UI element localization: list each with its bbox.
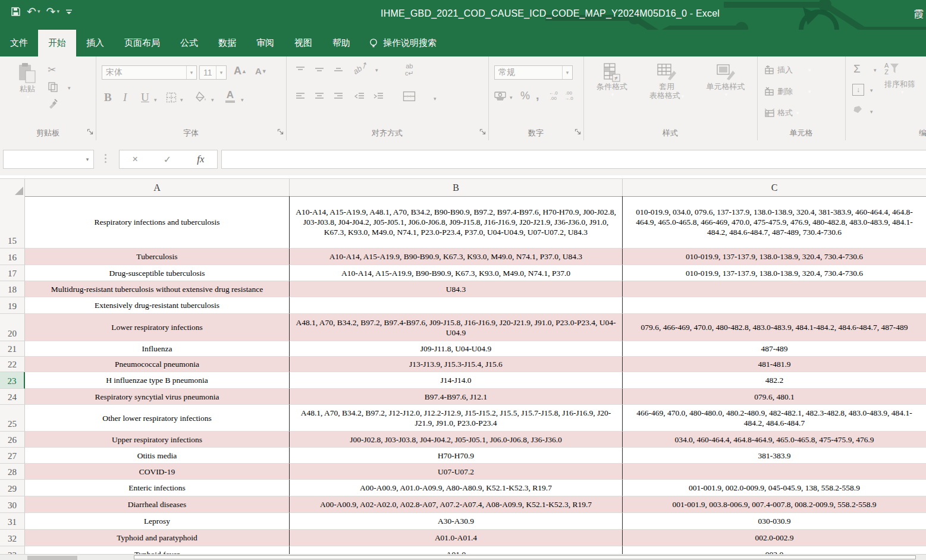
font-color-dropdown-icon[interactable] xyxy=(241,97,244,103)
cell-col-c[interactable]: 002.0-002.9 xyxy=(623,530,926,546)
redo-dropdown-icon[interactable] xyxy=(56,9,59,14)
number-format-combo[interactable]: 常规 xyxy=(494,65,573,80)
format-as-table-button[interactable]: 套用表格格式 xyxy=(639,62,694,100)
cell-col-b[interactable]: J09-J11.8, U04-U04.9 xyxy=(290,341,623,357)
fill-dropdown-icon[interactable] xyxy=(870,87,873,93)
row-header[interactable]: 32 xyxy=(0,530,25,546)
column-header-b[interactable]: B xyxy=(290,179,623,197)
horizontal-scrollbar-thumb[interactable] xyxy=(134,555,916,559)
formula-bar-drag-handle[interactable] xyxy=(105,154,106,163)
italic-button[interactable]: I xyxy=(123,91,127,104)
cell-col-c[interactable]: 030-030.9 xyxy=(623,513,926,530)
insert-dropdown-icon[interactable] xyxy=(808,67,811,73)
number-dialog-launcher[interactable] xyxy=(575,127,581,137)
user-account-badge[interactable]: 霞 xyxy=(914,7,924,21)
cell-col-a[interactable]: Other lower respiratory infections xyxy=(25,405,290,432)
undo-button[interactable]: ↶ xyxy=(27,6,40,17)
row-header[interactable]: 27 xyxy=(0,448,25,464)
cell-col-a[interactable]: Leprosy xyxy=(25,513,290,530)
font-name-dropdown-icon[interactable] xyxy=(186,66,196,79)
name-box[interactable] xyxy=(3,150,94,169)
merge-center-button[interactable] xyxy=(403,91,416,102)
cell-col-b[interactable]: A01.0-A01.4 xyxy=(290,530,623,546)
sort-filter-button[interactable]: AZ 排序和筛 xyxy=(884,62,926,95)
cell-col-b[interactable]: A00-A00.9, A02-A02.0, A02.8-A07, A07.2-A… xyxy=(290,496,623,513)
row-header[interactable]: 17 xyxy=(0,265,25,281)
cell-col-b[interactable]: H70-H70.9 xyxy=(290,448,623,464)
cancel-entry-button[interactable]: × xyxy=(132,154,137,165)
bold-button[interactable]: B xyxy=(104,91,112,104)
cell-col-a[interactable]: Enteric infections xyxy=(25,480,290,496)
row-header[interactable]: 31 xyxy=(0,513,25,530)
cell-col-a[interactable]: Respiratory infections and tuberculosis xyxy=(25,196,290,248)
row-header[interactable]: 28 xyxy=(0,464,25,480)
number-format-dropdown-icon[interactable] xyxy=(562,66,572,79)
align-bottom-button[interactable] xyxy=(334,66,343,73)
cell-col-a[interactable]: Otitis media xyxy=(25,448,290,464)
cell-col-c[interactable]: 034.0, 460-464.4, 464.8-464.9, 465.0-465… xyxy=(623,432,926,448)
merge-dropdown-icon[interactable] xyxy=(434,96,437,102)
cell-col-b[interactable]: J14-J14.0 xyxy=(290,372,623,389)
cell-col-b[interactable]: A01.0 xyxy=(290,546,623,555)
cell-col-a[interactable]: Extensively drug-resistant tuberculosis xyxy=(25,297,290,314)
paste-button[interactable]: 粘贴 xyxy=(12,62,43,100)
insert-cells-button[interactable]: 插入 xyxy=(764,65,811,75)
cell-col-b[interactable]: A30-A30.9 xyxy=(290,513,623,530)
decrease-indent-button[interactable] xyxy=(354,92,365,100)
copy-dropdown-icon[interactable] xyxy=(68,85,71,91)
cell-col-a[interactable]: Drug-susceptible tuberculosis xyxy=(25,265,290,281)
cell-col-c[interactable] xyxy=(623,464,926,480)
row-header[interactable]: 24 xyxy=(0,389,25,405)
row-header[interactable]: 18 xyxy=(0,281,25,297)
cell-col-c[interactable] xyxy=(623,281,926,297)
cell-col-c[interactable]: 079.6, 466-469, 470.0, 480-482.8, 483.0-… xyxy=(623,314,926,341)
delete-cells-button[interactable]: 删除 xyxy=(764,86,811,97)
fill-button[interactable]: ↓ xyxy=(852,84,864,96)
orientation-dropdown-icon[interactable] xyxy=(375,67,378,73)
font-name-combo[interactable]: 宋体 xyxy=(102,65,197,80)
font-color-button[interactable]: A xyxy=(225,90,235,103)
copy-button[interactable] xyxy=(48,81,58,92)
row-header[interactable]: 29 xyxy=(0,480,25,496)
cell-styles-button[interactable]: 单元格样式 xyxy=(698,62,754,97)
font-size-dropdown-icon[interactable] xyxy=(216,66,226,79)
cell-col-c[interactable]: 010-019.9, 137-137.9, 138.0-138.9, 320.4… xyxy=(623,248,926,265)
formula-input[interactable] xyxy=(222,150,926,168)
autosum-dropdown-icon[interactable] xyxy=(874,67,877,73)
save-button[interactable] xyxy=(11,7,21,17)
row-header[interactable]: 26 xyxy=(0,432,25,448)
row-header[interactable]: 30 xyxy=(0,496,25,513)
cell-col-a[interactable]: Multidrug-resistant tuberculosis without… xyxy=(25,281,290,297)
tab-开始[interactable]: 开始 xyxy=(38,30,76,56)
cell-col-a[interactable]: Upper respiratory infections xyxy=(25,432,290,448)
cell-col-c[interactable]: 481-481.9 xyxy=(623,357,926,372)
cell-col-b[interactable]: A10-A14, A15-A19.9, B90-B90.9, K67.3, K9… xyxy=(290,265,623,281)
align-center-button[interactable] xyxy=(315,92,324,100)
row-header[interactable]: 20 xyxy=(0,314,25,341)
underline-button[interactable]: U xyxy=(141,91,149,104)
tab-文件[interactable]: 文件 xyxy=(0,30,38,56)
borders-dropdown-icon[interactable] xyxy=(180,97,183,103)
column-header-a[interactable]: A xyxy=(25,179,290,197)
name-box-input[interactable] xyxy=(4,150,81,168)
cell-col-a[interactable]: Tuberculosis xyxy=(25,248,290,265)
name-box-dropdown-icon[interactable] xyxy=(81,150,93,168)
undo-dropdown-icon[interactable] xyxy=(37,9,40,14)
row-header[interactable]: 19 xyxy=(0,297,25,314)
cell-col-b[interactable]: B97.4-B97.6, J12.1 xyxy=(290,389,623,405)
cell-col-a[interactable]: Typhoid fever xyxy=(25,546,290,555)
conditional-formatting-button[interactable]: ≠ 条件格式 xyxy=(588,62,636,97)
cell-col-b[interactable] xyxy=(290,297,623,314)
format-dropdown-icon[interactable] xyxy=(796,110,799,116)
tab-插入[interactable]: 插入 xyxy=(76,30,114,56)
clear-button[interactable] xyxy=(852,105,863,114)
cell-col-c[interactable]: 001-001.9, 003.8-006.9, 007.4-007.8, 008… xyxy=(623,496,926,513)
cell-col-b[interactable]: A10-A14, A15-A19.9, A48.1, A70, B34.2, B… xyxy=(290,196,623,248)
align-top-button[interactable] xyxy=(296,66,305,73)
wrap-text-button[interactable]: abc↵ xyxy=(405,62,414,77)
cell-styles-dropdown-icon[interactable] xyxy=(725,92,728,97)
cell-col-c[interactable]: 002.0 xyxy=(623,546,926,555)
cell-col-c[interactable]: 381-383.9 xyxy=(623,448,926,464)
row-header[interactable]: 33 xyxy=(0,546,25,555)
cell-col-a[interactable]: Lower respiratory infections xyxy=(25,314,290,341)
